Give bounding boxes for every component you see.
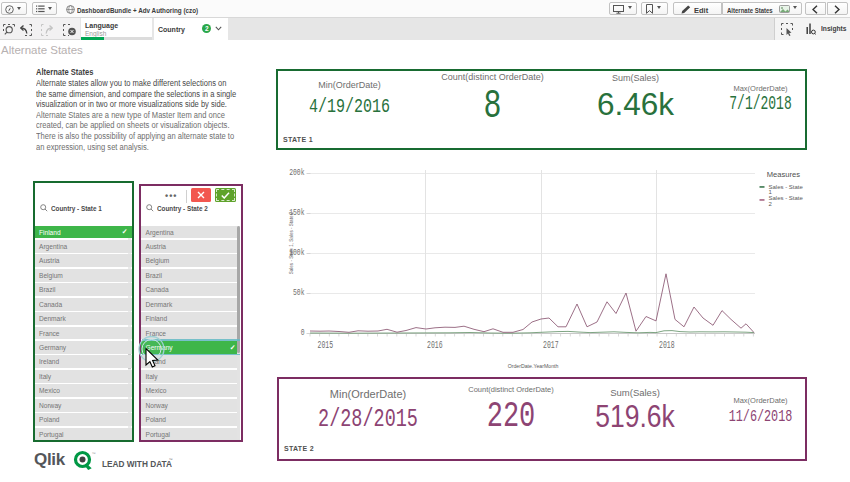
svg-text:2016: 2016 bbox=[427, 340, 443, 352]
svg-text:2017: 2017 bbox=[543, 340, 559, 352]
svg-text:OrderDate.YearMonth: OrderDate.YearMonth bbox=[508, 362, 559, 368]
svg-text:2018: 2018 bbox=[659, 340, 675, 352]
svg-text:2015: 2015 bbox=[318, 340, 334, 352]
svg-text:Sales - State: Sales - State bbox=[769, 184, 804, 190]
svg-text:2: 2 bbox=[769, 201, 773, 207]
svg-text:Sales - State: Sales - State bbox=[769, 195, 804, 201]
svg-text:LEAD WITH DATA: LEAD WITH DATA bbox=[102, 458, 172, 468]
svg-text:™: ™ bbox=[92, 451, 96, 456]
svg-text:Sales - State 1, Sales - State: Sales - State 1, Sales - State 2 bbox=[287, 211, 293, 274]
svg-text:0: 0 bbox=[301, 327, 305, 337]
svg-text:Measures: Measures bbox=[767, 170, 801, 179]
svg-text:200k: 200k bbox=[289, 166, 305, 176]
svg-text:™: ™ bbox=[169, 457, 173, 462]
svg-text:50k: 50k bbox=[293, 287, 305, 297]
svg-text:Qlik: Qlik bbox=[34, 450, 66, 469]
